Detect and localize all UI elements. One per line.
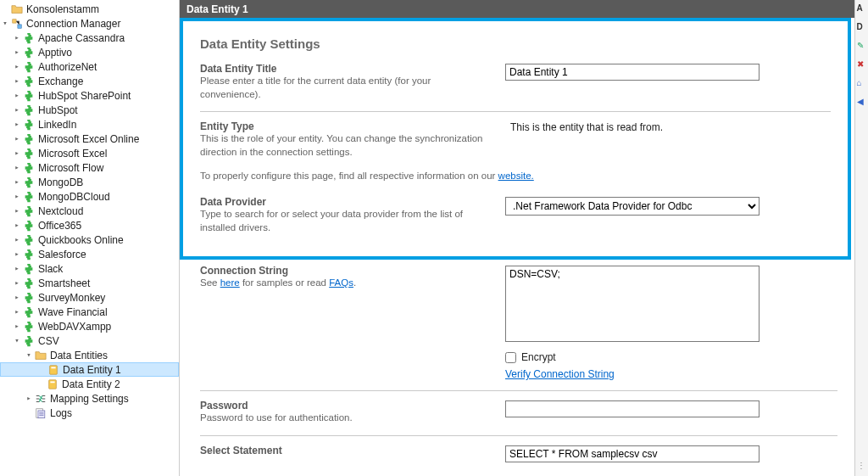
right-strip-icon: ✖ [857,59,867,70]
tree-connector[interactable]: ▸LinkedIn [0,117,179,132]
tree-connector[interactable]: ▸Apptivo [0,45,179,59]
chevron-right-icon[interactable]: ▸ [24,395,34,402]
chevron-right-icon[interactable]: ▸ [12,120,22,128]
tree-entity-1[interactable]: ▶ Data Entity 1 [0,362,179,377]
title-label: Data Entity Title [200,63,490,75]
tree-connector[interactable]: ▸HubSpot [0,103,179,117]
tree-connector[interactable]: ▸Exchange [0,74,179,88]
mapping-icon [34,392,47,406]
password-input[interactable] [505,400,760,417]
tree-label: Apptivo [38,47,72,59]
form-area[interactable]: Data Entity Settings Data Entity Title P… [180,18,854,476]
tree-connector[interactable]: ▸Microsoft Flow [0,160,179,175]
here-link[interactable]: here [220,277,240,288]
chevron-right-icon[interactable]: ▸ [12,77,22,85]
chevron-right-icon[interactable]: ▸ [12,265,22,272]
select-stmt-input[interactable] [505,445,760,462]
svg-rect-5 [50,381,54,383]
right-strip-icon: ⌂ [857,78,867,88]
tree-connector[interactable]: ▸Wave Financial [0,305,179,319]
puzzle-icon [22,219,36,232]
chevron-right-icon[interactable]: ▸ [12,135,22,143]
info-prefix: To properly configure this page, find al… [200,171,498,181]
chevron-right-icon[interactable]: ▸ [12,48,22,56]
puzzle-icon [22,233,36,247]
tree-connector[interactable]: ▸SurveyMonkey [0,290,179,305]
title-desc: Please enter a title for the current dat… [200,75,490,101]
verify-link[interactable]: Verify Connection String [505,368,615,380]
tree-root[interactable]: ▶ Konsolenstamm [0,2,179,16]
tree-connection-manager[interactable]: ▾ Connection Manager [0,16,179,31]
chevron-right-icon[interactable]: ▸ [12,322,22,330]
tree-label: Quickbooks Online [38,234,124,246]
puzzle-icon [22,46,36,59]
tree-connector-csv[interactable]: ▾ CSV [0,333,179,348]
puzzle-icon [22,248,36,261]
faqs-link[interactable]: FAQs [329,277,353,288]
tree-data-entities[interactable]: ▾ Data Entities [0,348,179,362]
website-link[interactable]: website. [498,171,534,181]
provider-dropdown[interactable]: .Net Framework Data Provider for Odbc [505,197,760,216]
tree-connector[interactable]: ▸MongoDB [0,175,179,189]
chevron-right-icon[interactable]: ▸ [12,34,22,42]
tree-label: Wave Financial [38,306,108,318]
puzzle-icon [22,262,36,276]
tree-logs[interactable]: ▶ Logs [0,406,179,420]
right-strip-icon: ◀ [857,97,867,107]
chevron-right-icon[interactable]: ▸ [12,279,22,287]
chevron-down-icon[interactable]: ▾ [12,337,22,344]
chevron-right-icon[interactable]: ▸ [12,308,22,316]
tree-connector[interactable]: ▸Nextcloud [0,204,179,218]
encrypt-checkbox[interactable] [505,352,516,363]
tree-connector[interactable]: ▸Slack [0,261,179,276]
tree-mapping-settings[interactable]: ▸ Mapping Settings [0,391,179,406]
chevron-right-icon[interactable]: ▸ [12,250,22,258]
tree-connector[interactable]: ▸Smartsheet [0,276,179,290]
chevron-right-icon[interactable]: ▸ [12,164,22,171]
tree-connector[interactable]: ▸Salesforce [0,247,179,261]
svg-rect-3 [51,367,55,368]
tree-label: Office365 [38,220,81,232]
tree-label: MongoDB [38,176,83,188]
tree-connector[interactable]: ▸HubSpot SharePoint [0,88,179,103]
svg-rect-0 [13,19,16,22]
tree-connector[interactable]: ▸WebDAVXampp [0,319,179,333]
tree-connector[interactable]: ▸Microsoft Excel Online [0,132,179,146]
chevron-right-icon[interactable]: ▸ [12,92,22,99]
tree-label: Microsoft Excel Online [38,133,139,145]
tree-label: HubSpot [38,104,78,116]
chevron-down-icon[interactable]: ▾ [0,20,10,27]
tree-connector[interactable]: ▸MongoDBCloud [0,189,179,204]
tree-label: WebDAVXampp [38,321,111,333]
tree-connector[interactable]: ▸Microsoft Excel [0,146,179,160]
chevron-right-icon[interactable]: ▸ [12,193,22,200]
tree-label: Konsolenstamm [26,3,99,15]
puzzle-icon [22,161,36,175]
chevron-right-icon[interactable]: ▸ [12,149,22,157]
puzzle-icon [22,204,36,218]
title-input[interactable] [505,64,760,81]
chevron-right-icon[interactable]: ▸ [12,294,22,301]
connstr-textarea[interactable]: DSN=CSV; [505,266,760,342]
highlight-section: Data Entity Settings Data Entity Title P… [180,18,851,260]
tree-connector[interactable]: ▸AuthorizeNet [0,59,179,74]
tree-label: Microsoft Excel [38,148,107,160]
puzzle-icon [22,118,36,132]
tree-entity-2[interactable]: ▶ Data Entity 2 [0,377,179,391]
chevron-down-icon[interactable]: ▾ [24,351,34,359]
chevron-right-icon[interactable]: ▸ [12,236,22,244]
entity-type-label: Entity Type [200,120,490,132]
tree-connector[interactable]: ▸Apache Cassandra [0,31,179,45]
provider-desc: Type to search for or select your data p… [200,208,490,234]
svg-rect-4 [49,379,57,389]
chevron-right-icon[interactable]: ▸ [12,178,22,186]
entity-icon [47,363,60,377]
chevron-right-icon[interactable]: ▸ [12,207,22,215]
tree-connector[interactable]: ▸Quickbooks Online [0,232,179,247]
tree-connector[interactable]: ▸Office365 [0,218,179,232]
sidebar-tree[interactable]: ▶ Konsolenstamm ▾ Connection Manager ▸Ap… [0,0,180,476]
right-strip-letter: D [857,22,867,32]
chevron-right-icon[interactable]: ▸ [12,221,22,229]
chevron-right-icon[interactable]: ▸ [12,106,22,114]
chevron-right-icon[interactable]: ▸ [12,63,22,70]
